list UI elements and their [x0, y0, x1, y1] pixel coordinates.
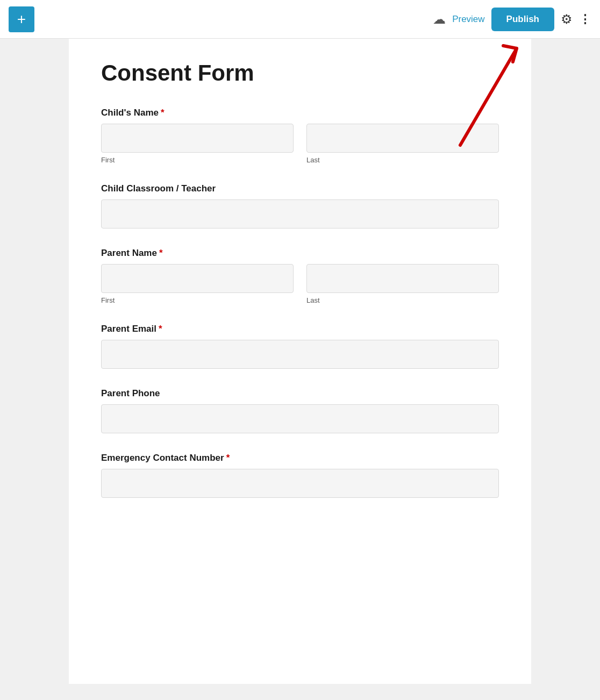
toolbar-right: ☁ Preview Publish ⚙ ⋮ — [433, 8, 591, 31]
emergency-contact-section: Emergency Contact Number * — [101, 453, 499, 498]
parent-first-sub-label: First — [101, 296, 294, 304]
emergency-contact-required-star: * — [226, 453, 230, 463]
settings-icon[interactable]: ⚙ — [561, 12, 573, 27]
emergency-contact-input[interactable] — [101, 469, 499, 498]
main-content: Consent Form Child's Name * First Last — [0, 39, 600, 700]
parent-email-input[interactable] — [101, 340, 499, 369]
childs-first-sub-label: First — [101, 156, 294, 164]
childs-name-label: Child's Name * — [101, 108, 499, 118]
parent-name-section: Parent Name * First Last — [101, 248, 499, 304]
parent-first-name-input[interactable] — [101, 264, 294, 293]
classroom-label: Child Classroom / Teacher — [101, 183, 499, 194]
parent-first-name-field: First — [101, 264, 294, 304]
childs-name-section: Child's Name * First Last — [101, 108, 499, 164]
more-options-icon[interactable]: ⋮ — [579, 12, 591, 26]
parent-name-required-star: * — [159, 248, 163, 259]
emergency-contact-label: Emergency Contact Number * — [101, 453, 499, 463]
childs-last-name-field: Last — [306, 124, 499, 164]
parent-last-name-field: Last — [306, 264, 499, 304]
parent-phone-label: Parent Phone — [101, 388, 499, 399]
cloud-icon: ☁ — [433, 12, 446, 27]
form-container: Consent Form Child's Name * First Last — [69, 39, 531, 684]
parent-phone-section: Parent Phone — [101, 388, 499, 433]
add-button[interactable]: + — [9, 6, 34, 32]
toolbar: + ☁ Preview Publish ⚙ ⋮ — [0, 0, 600, 39]
form-title: Consent Form — [101, 60, 499, 86]
parent-phone-input[interactable] — [101, 404, 499, 433]
parent-last-sub-label: Last — [306, 296, 499, 304]
required-star: * — [161, 108, 165, 118]
childs-last-name-input[interactable] — [306, 124, 499, 153]
parent-email-section: Parent Email * — [101, 324, 499, 369]
parent-email-required-star: * — [159, 324, 162, 334]
childs-last-sub-label: Last — [306, 156, 499, 164]
parent-name-label: Parent Name * — [101, 248, 499, 259]
preview-button[interactable]: Preview — [452, 14, 484, 25]
parent-name-row: First Last — [101, 264, 499, 304]
childs-first-name-field: First — [101, 124, 294, 164]
parent-email-label: Parent Email * — [101, 324, 499, 334]
classroom-input[interactable] — [101, 199, 499, 228]
classroom-section: Child Classroom / Teacher — [101, 183, 499, 228]
publish-button[interactable]: Publish — [491, 8, 554, 31]
parent-last-name-input[interactable] — [306, 264, 499, 293]
childs-first-name-input[interactable] — [101, 124, 294, 153]
toolbar-left: + — [9, 6, 34, 32]
childs-name-row: First Last — [101, 124, 499, 164]
